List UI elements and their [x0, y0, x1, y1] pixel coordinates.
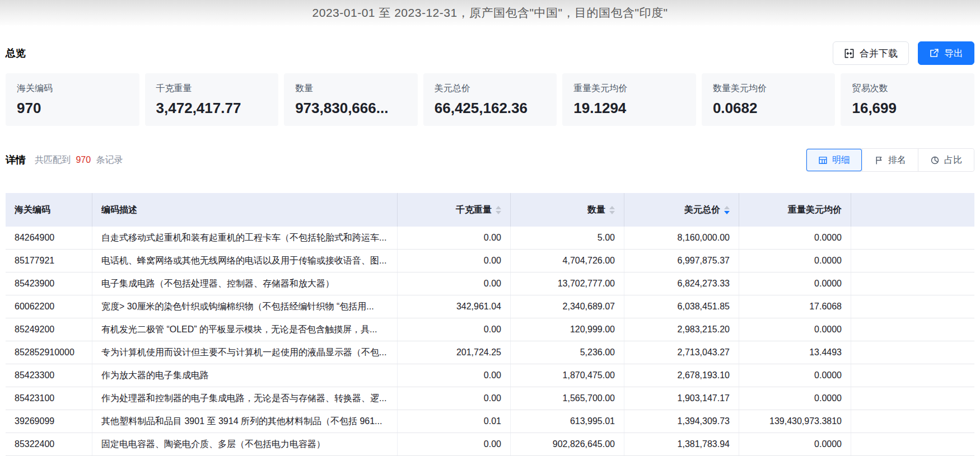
sort-carets-icon [496, 206, 501, 214]
stat-card: 海关编码970 [6, 73, 139, 126]
cell-usd_total: 2,983,215.20 [624, 318, 739, 341]
cell-quantity: 902,826,645.00 [511, 433, 624, 455]
cell-usd_per_kg: 0.0000 [739, 250, 851, 272]
query-summary-title: 2023-01-01 至 2023-12-31，原产国包含"中国"，目的国包含"… [312, 5, 668, 21]
cell-kg_weight: 0.00 [398, 364, 511, 387]
cell-usd_total: 1,394,309.73 [624, 410, 739, 433]
cell-usd_per_kg: 0.0000 [739, 318, 851, 341]
cell-description: 其他塑料制品和品目 3901 至 3914 所列的其他材料制品（不包括 961.… [92, 410, 398, 433]
stat-card: 重量美元均价19.1294 [562, 73, 696, 126]
column-header-kg_weight[interactable]: 千克重量 [398, 193, 511, 227]
sort-carets-icon [609, 206, 615, 214]
cell-description: 作为处理器和控制器的电子集成电路，无论是否与存储器、转换器、逻... [92, 387, 398, 410]
stat-card-label: 数量 [295, 83, 407, 95]
cell-usd_per_kg: 17.6068 [739, 295, 851, 318]
table-row: 85423100作为处理器和控制器的电子集成电路，无论是否与存储器、转换器、逻.… [6, 387, 974, 410]
stat-card: 美元总价66,425,162.36 [423, 73, 557, 126]
tab-detail[interactable]: 明细 [806, 149, 862, 171]
stat-card-value: 973,830,666... [295, 100, 407, 117]
stat-card-value: 19.1294 [573, 100, 685, 117]
match-suffix: 条记录 [96, 155, 123, 164]
cell-hs_code: 84264900 [6, 227, 92, 249]
cell-hs_code: 85322400 [6, 433, 92, 455]
cell-usd_total: 1,903,147.17 [624, 387, 739, 410]
detail-section-title: 详情 [6, 153, 26, 167]
cell-description: 自走式移动式起重机和装有起重机的工程卡车（不包括轮胎式和跨运车... [92, 227, 398, 249]
merge-download-label: 合并下载 [860, 47, 898, 60]
cell-description: 宽度> 30厘米的染色针织或钩编棉织物（不包括经编针织物 “包括用... [92, 295, 398, 318]
cell-description: 有机发光二极管 “OLED” 的平板显示模块，无论是否包含触摸屏，具... [92, 318, 398, 341]
merge-download-icon [844, 48, 855, 59]
cell-usd_total: 6,824,273.33 [624, 272, 739, 295]
cell-quantity: 1,870,475.00 [511, 364, 624, 387]
column-header-usd_total[interactable]: 美元总价 [624, 193, 739, 227]
stat-card-label: 美元总价 [435, 83, 546, 95]
cell-usd_total: 6,997,875.37 [624, 250, 739, 272]
stat-card-label: 贸易次数 [852, 83, 963, 95]
detail-section: 详情 共匹配到 970 条记录 明细排名占比 [0, 148, 980, 172]
column-label: 编码描述 [101, 204, 137, 216]
table-header-row: 海关编码编码描述千克重量数量美元总价重量美元均价 [6, 193, 974, 227]
cell-hs_code: 85423900 [6, 272, 92, 295]
cell-hs_code: 85249200 [6, 318, 92, 341]
cell-filler [851, 272, 974, 295]
cell-kg_weight: 0.00 [398, 387, 511, 410]
cell-quantity: 1,565,700.00 [511, 387, 624, 410]
tab-proportion[interactable]: 占比 [918, 149, 974, 171]
column-header-usd_per_kg: 重量美元均价 [739, 193, 851, 227]
cell-quantity: 613,995.01 [511, 410, 624, 433]
cell-filler [851, 410, 974, 433]
table-row: 60062200宽度> 30厘米的染色针织或钩编棉织物（不包括经编针织物 “包括… [6, 295, 974, 318]
match-summary: 共匹配到 970 条记录 [35, 154, 123, 166]
cell-description: 作为放大器的电子集成电路 [92, 364, 398, 387]
cell-usd_per_kg: 139,430,973.3810 [739, 410, 851, 433]
stat-card-value: 3,472,417.77 [156, 100, 268, 117]
tab-ranking[interactable]: 排名 [862, 149, 918, 171]
cell-hs_code: 85177921 [6, 250, 92, 272]
merge-download-button[interactable]: 合并下载 [833, 41, 909, 65]
column-header-hs_code: 海关编码 [6, 193, 92, 227]
cell-usd_total: 8,160,000.00 [624, 227, 739, 249]
cell-usd_per_kg: 0.0000 [739, 433, 851, 455]
cell-hs_code: 85423100 [6, 387, 92, 410]
cell-usd_total: 1,381,783.94 [624, 433, 739, 455]
cell-quantity: 13,702,777.00 [511, 272, 624, 295]
cell-quantity: 120,999.00 [511, 318, 624, 341]
column-header-quantity[interactable]: 数量 [511, 193, 624, 227]
stat-card-label: 海关编码 [17, 83, 128, 95]
cell-filler [851, 227, 974, 249]
table-row: 85249200有机发光二极管 “OLED” 的平板显示模块，无论是否包含触摸屏… [6, 318, 974, 341]
stat-card-value: 66,425,162.36 [435, 100, 546, 117]
tab-label: 占比 [944, 154, 962, 166]
export-button[interactable]: 导出 [918, 41, 974, 65]
cell-kg_weight: 0.00 [398, 272, 511, 295]
cell-quantity: 5,236.00 [511, 341, 624, 364]
stat-card: 千克重量3,472,417.77 [145, 73, 279, 126]
table-row: 85423900电子集成电路（不包括处理器、控制器、存储器和放大器）0.0013… [6, 272, 974, 295]
table-row: 85322400固定电电容器、陶瓷电介质、多层（不包括电力电容器）0.00902… [6, 433, 974, 456]
cell-description: 专为计算机使用而设计但主要不与计算机一起使用的液晶显示器（不包... [92, 341, 398, 364]
view-tabs: 明细排名占比 [806, 148, 974, 172]
cell-description: 电话机、蜂窝网络或其他无线网络的电话以及用于传输或接收语音、图... [92, 250, 398, 272]
table-icon [818, 156, 828, 165]
cell-hs_code: 39269099 [6, 410, 92, 433]
column-header-filler [851, 193, 974, 227]
cell-filler [851, 433, 974, 455]
cell-kg_weight: 0.00 [398, 318, 511, 341]
cell-kg_weight: 342,961.04 [398, 295, 511, 318]
cell-usd_per_kg: 0.0000 [739, 227, 851, 249]
stat-card-value: 970 [17, 100, 128, 117]
cell-usd_per_kg: 0.0000 [739, 364, 851, 387]
column-label: 千克重量 [456, 204, 492, 216]
cell-usd_total: 2,713,043.27 [624, 341, 739, 364]
cell-filler [851, 341, 974, 364]
cell-description: 固定电电容器、陶瓷电介质、多层（不包括电力电容器） [92, 433, 398, 455]
stat-card: 数量973,830,666... [284, 73, 418, 126]
column-label: 数量 [587, 204, 605, 216]
cell-quantity: 5.00 [511, 227, 624, 249]
rank-flag-icon [874, 156, 884, 165]
table-row: 85177921电话机、蜂窝网络或其他无线网络的电话以及用于传输或接收语音、图.… [6, 250, 974, 272]
stat-card-value: 16,699 [852, 100, 963, 117]
column-label: 美元总价 [684, 204, 720, 216]
overview-section: 总览 合并下载 导出 [0, 41, 980, 65]
